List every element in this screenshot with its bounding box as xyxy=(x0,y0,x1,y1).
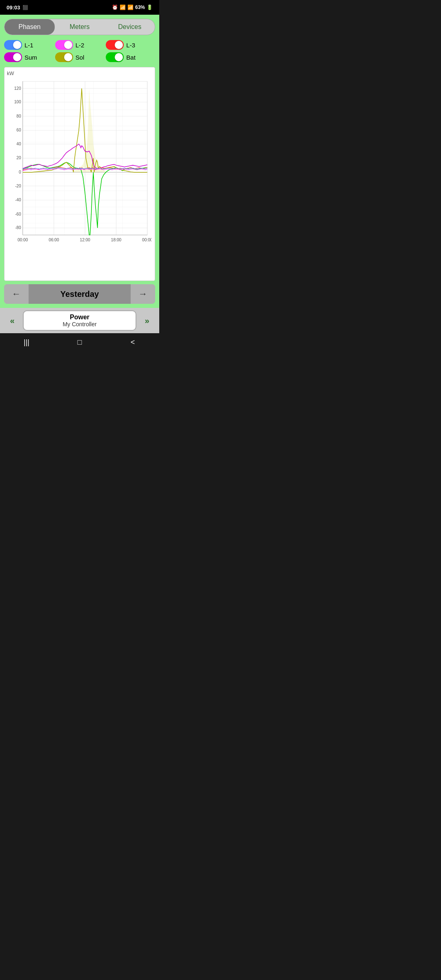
toggle-switch-L1[interactable] xyxy=(4,40,22,50)
svg-text:60: 60 xyxy=(16,128,21,132)
alarm-icon: ⏰ xyxy=(112,4,118,10)
tab-phasen[interactable]: Phasen xyxy=(4,19,55,35)
toggle-label-Bat: Bat xyxy=(126,54,136,61)
toggle-label-Sol: Sol xyxy=(76,54,85,61)
main-content: Phasen Meters Devices L-1 L-2 L-3 Sum So… xyxy=(0,15,159,308)
status-bar: 09:03 ⬛ ⏰ 📶 📶 63% 🔋 xyxy=(0,0,159,15)
svg-text:-20: -20 xyxy=(15,184,21,188)
toggle-Sol[interactable]: Sol xyxy=(55,52,105,62)
system-nav-bar: ||| □ < xyxy=(0,333,159,351)
svg-text:-80: -80 xyxy=(15,225,21,230)
svg-text:20: 20 xyxy=(16,156,21,160)
toggle-label-L3: L-3 xyxy=(126,42,135,49)
bottom-title-container[interactable]: Power My Controller xyxy=(23,310,136,331)
tab-meters[interactable]: Meters xyxy=(55,19,105,35)
svg-text:0: 0 xyxy=(19,170,21,174)
toggle-L2[interactable]: L-2 xyxy=(55,40,105,50)
status-left: 09:03 ⬛ xyxy=(7,4,28,11)
chart-container: kW 1 xyxy=(4,67,155,281)
svg-text:00:00: 00:00 xyxy=(18,238,28,242)
home-button[interactable]: □ xyxy=(69,338,90,347)
svg-text:00:00: 00:00 xyxy=(142,238,151,242)
bottom-prev-button[interactable]: « xyxy=(5,316,20,325)
svg-text:06:00: 06:00 xyxy=(49,238,59,242)
toggle-L3[interactable]: L-3 xyxy=(106,40,155,50)
next-day-button[interactable]: → xyxy=(131,284,155,304)
notification-icon: ⬛ xyxy=(22,5,28,10)
menu-button[interactable]: ||| xyxy=(16,338,37,347)
toggle-Bat[interactable]: Bat xyxy=(106,52,155,62)
toggle-L1[interactable]: L-1 xyxy=(4,40,53,50)
signal-icon: 📶 xyxy=(127,4,134,10)
toggle-switch-Sum[interactable] xyxy=(4,52,22,62)
bottom-title-main: Power xyxy=(29,314,131,321)
prev-day-button[interactable]: ← xyxy=(4,284,29,304)
svg-text:-40: -40 xyxy=(15,198,21,202)
status-right: ⏰ 📶 📶 63% 🔋 xyxy=(112,4,153,10)
toggle-label-L1: L-1 xyxy=(24,42,33,49)
bottom-next-button[interactable]: » xyxy=(140,316,154,325)
bottom-title-sub: My Controller xyxy=(29,321,131,327)
nav-bar: ← Yesterday → xyxy=(4,284,155,304)
toggle-label-Sum: Sum xyxy=(24,54,37,61)
back-button[interactable]: < xyxy=(122,338,143,347)
tab-devices[interactable]: Devices xyxy=(105,19,155,35)
battery-display: 63% xyxy=(135,4,145,10)
chart-y-label: kW xyxy=(7,71,14,76)
toggles-container: L-1 L-2 L-3 Sum Sol Bat xyxy=(4,38,155,64)
bottom-nav: « Power My Controller » xyxy=(0,308,159,333)
chart-svg: 120 100 80 60 40 20 0 -20 -40 -60 -80 00… xyxy=(6,77,151,256)
toggle-label-L2: L-2 xyxy=(76,42,85,49)
toggle-switch-Bat[interactable] xyxy=(106,52,124,62)
toggle-switch-Sol[interactable] xyxy=(55,52,73,62)
tab-bar: Phasen Meters Devices xyxy=(4,19,155,35)
time-display: 09:03 xyxy=(7,4,20,11)
toggle-switch-L3[interactable] xyxy=(106,40,124,50)
svg-text:80: 80 xyxy=(16,114,21,118)
current-day-label: Yesterday xyxy=(29,284,131,304)
battery-icon: 🔋 xyxy=(147,4,153,10)
toggle-Sum[interactable]: Sum xyxy=(4,52,53,62)
svg-text:-60: -60 xyxy=(15,212,21,216)
wifi-icon: 📶 xyxy=(120,4,126,10)
toggle-switch-L2[interactable] xyxy=(55,40,73,50)
svg-text:100: 100 xyxy=(14,100,21,104)
svg-text:120: 120 xyxy=(14,86,21,91)
svg-text:12:00: 12:00 xyxy=(80,238,91,242)
svg-text:18:00: 18:00 xyxy=(111,238,122,242)
svg-text:40: 40 xyxy=(16,142,21,146)
